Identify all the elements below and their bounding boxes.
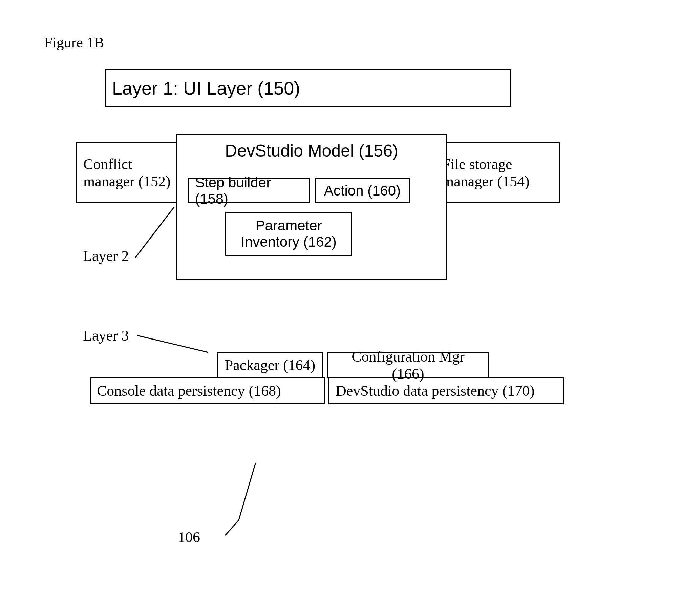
layer-3-connector: [137, 335, 215, 356]
parameter-inventory-box: Parameter Inventory (162): [225, 212, 352, 256]
layer-2-label: Layer 2: [83, 247, 129, 265]
layer-3-label: Layer 3: [83, 327, 129, 344]
configuration-mgr-box: Configuration Mgr (166): [327, 352, 489, 378]
conflict-manager-label: Conflict manager (152): [83, 156, 171, 190]
console-data-persistency-label: Console data persistency (168): [97, 382, 281, 399]
devstudio-model-label: DevStudio Model (156): [225, 141, 398, 161]
layer-1-label: Layer 1: UI Layer (150): [112, 78, 300, 99]
action-label: Action (160): [324, 183, 401, 199]
svg-line-3: [225, 520, 239, 535]
figure-title: Figure 1B: [44, 34, 104, 51]
packager-label: Packager (164): [225, 356, 316, 374]
svg-line-0: [135, 207, 174, 258]
action-box: Action (160): [315, 178, 410, 203]
packager-box: Packager (164): [217, 352, 323, 378]
ref-number-106: 106: [178, 529, 200, 546]
devstudio-data-persistency-label: DevStudio data persistency (170): [336, 382, 535, 399]
step-builder-label: Step builder (158): [195, 174, 303, 207]
parameter-inventory-label: Parameter Inventory (162): [241, 218, 336, 250]
ref-106-connector: [225, 463, 259, 539]
file-storage-manager-box: File storage manager (154): [435, 142, 560, 203]
layer-2-connector: [135, 207, 179, 261]
console-data-persistency-box: Console data persistency (168): [90, 377, 325, 404]
step-builder-box: Step builder (158): [188, 178, 310, 203]
layer-1-box: Layer 1: UI Layer (150): [105, 69, 511, 107]
configuration-mgr-label: Configuration Mgr (166): [334, 348, 482, 383]
file-storage-manager-label: File storage manager (154): [442, 156, 530, 190]
svg-line-2: [239, 463, 256, 520]
svg-line-1: [137, 335, 208, 352]
